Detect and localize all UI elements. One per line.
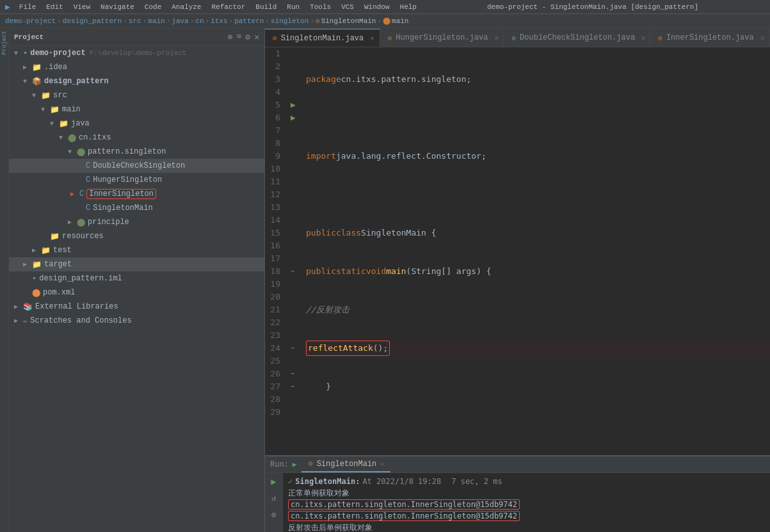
menu-run[interactable]: Run [283,3,303,12]
sidebar-add-icon[interactable]: ⊕ [228,32,233,42]
gutter-line [291,239,303,252]
menu-file[interactable]: File [15,3,40,12]
line-num-11: 11 [270,175,285,188]
sidebar-item-src[interactable]: ▼ 📁 src [9,88,264,102]
line-num-20: 20 [270,291,285,303]
bottom-tab-singleton-main[interactable]: ⊙ SingletonMain ✕ [301,457,390,472]
folder-icon: 📁 [50,232,60,241]
sidebar-item-main[interactable]: ▼ 📁 main [9,102,264,117]
fold-icon: − [291,367,294,380]
line-num-6: 6 [270,111,285,124]
tab-icon: ⊙ [511,34,516,42]
run-status-line: ✓ SingletonMain: At 2022/1/8 19:28 7 sec… [288,476,765,487]
menu-navigate[interactable]: Navigate [97,3,138,12]
settings-button[interactable]: ⚙ [268,509,280,520]
breadcrumb-item[interactable]: SingletonMain [321,17,376,25]
menu-view[interactable]: View [70,3,94,12]
bottom-content: ✓ SingletonMain: At 2022/1/8 19:28 7 sec… [283,473,770,532]
play-button[interactable]: ▶ [268,476,280,487]
rerun-button[interactable]: ↺ [268,492,280,504]
sidebar-item-pom[interactable]: ⬤ pom.xml [9,286,264,300]
menu-tools[interactable]: Tools [306,3,335,12]
code-lines[interactable]: package cn.itxs.pattern.singleton; impor… [303,47,770,455]
line-num-22: 22 [270,316,285,329]
tab-double-check[interactable]: ⊙ DoubleCheckSingleton.java ✕ [504,29,650,47]
gutter-run-arrow-5[interactable]: ▶ [291,99,303,111]
sidebar-item-resources[interactable]: 📁 resources [9,229,264,243]
tab-close-icon[interactable]: ✕ [641,34,646,42]
tab-inner-singleton[interactable]: ⊙ InnerSingleton.java ✕ [650,29,770,47]
output-normal: 正常单例获取对象 [288,487,765,499]
menu-window[interactable]: Window [360,3,394,12]
breadcrumb-item[interactable]: src [129,17,141,25]
sidebar-close-icon[interactable]: ✕ [254,32,259,42]
breadcrumb-item[interactable]: demo-project [5,17,56,25]
project-path: F:\develop\demo-project [90,49,187,57]
tab-close-icon[interactable]: ✕ [380,460,384,468]
sidebar-item-hunger[interactable]: C HungerSingleton [9,173,264,187]
sidebar-item-idea[interactable]: ▶ 📁 .idea [9,60,264,74]
class-name: DoubleCheckSingleton [93,161,185,170]
breadcrumb-item[interactable]: singleton [271,17,309,25]
sidebar-item-target[interactable]: ▶ 📁 target [9,257,264,271]
gutter-line [291,252,303,265]
breadcrumb: demo-project › design_pattern › src › ma… [0,14,770,28]
sidebar-item-iml[interactable]: ▪ design_pattern.iml [9,271,264,286]
line-num-25: 25 [270,355,285,367]
breadcrumb-item[interactable]: itxs [211,17,227,25]
tab-close-icon[interactable]: ✕ [494,34,499,42]
sidebar-collapse-icon[interactable]: ≡ [237,32,242,42]
gutter-fold-27[interactable]: − [291,380,303,393]
run-timestamp: At 2022/1/8 19:28 [362,477,441,486]
breadcrumb-item[interactable]: pattern [234,17,264,25]
breadcrumb-item[interactable]: design_pattern [63,17,122,25]
sidebar-item-java[interactable]: ▼ 📁 java [9,117,264,131]
tab-hunger-singleton[interactable]: ⊙ HungerSingleton.java ✕ [380,29,504,47]
code-line-7: //反射攻击 [306,303,770,316]
run-panel-icons: ▶ ↺ ⚙ [265,473,283,532]
gutter-line [291,227,303,239]
sidebar-item-test[interactable]: ▶ 📁 test [9,243,264,257]
sidebar: Project ⊕ ≡ ⚙ ✕ ▼ ▪ demo-project F:\deve… [9,28,265,532]
gutter-fold-18[interactable]: − [291,265,303,278]
sidebar-item-inner-singleton[interactable]: ▶ C InnerSingleton [9,187,264,201]
folder-icon: 📁 [32,260,42,270]
menu-analyze[interactable]: Analyze [168,3,205,12]
breadcrumb-item[interactable]: main [148,17,164,25]
gutter-line [291,60,303,73]
breadcrumb-sep: › [229,17,234,25]
tab-close-icon[interactable]: ✕ [760,34,765,42]
breadcrumb-item-singleton-icon: ⊙ [316,17,320,25]
sidebar-item-singleton-main[interactable]: C SingletonMain [9,201,264,215]
sidebar-item-double-check[interactable]: C DoubleCheckSingleton [9,159,264,173]
line-num-7: 7 [270,124,285,137]
expand-arrow-icon: ▼ [50,120,59,127]
expand-arrow-icon: ▼ [23,78,32,85]
menu-edit[interactable]: Edit [42,3,67,12]
menu-refactor[interactable]: Refactor [207,3,249,12]
sidebar-item-design-pattern[interactable]: ▼ 📦 design_pattern [9,74,264,88]
sidebar-item-demo-project[interactable]: ▼ ▪ demo-project F:\develop\demo-project [9,46,264,60]
gutter-run-arrow-6[interactable]: ▶ [291,111,303,124]
sidebar-item-external-libs[interactable]: ▶ 📚 External Libraries [9,300,264,314]
gutter-fold-24[interactable]: − [291,342,303,355]
line-num-12: 12 [270,188,285,201]
menu-help[interactable]: Help [396,3,421,12]
gutter-line [291,316,303,329]
sidebar-settings-icon[interactable]: ⚙ [245,32,250,42]
menu-vcs[interactable]: VCS [337,3,358,12]
tab-singleton-main[interactable]: ⊙ SingletonMain.java ✕ [265,29,380,47]
menu-build[interactable]: Build [252,3,280,12]
output-text: 反射攻击后单例获取对象 [288,522,373,533]
breadcrumb-item[interactable]: main [392,17,408,25]
gutter-fold-26[interactable]: − [291,367,303,380]
sidebar-item-principle[interactable]: ▶ ⬤ principle [9,215,264,229]
code-editor[interactable]: 1 2 3 4 5 6 7 8 9 10 11 12 13 14 15 16 1… [265,47,770,455]
sidebar-item-cn-itxs[interactable]: ▼ ⬤ cn.itxs [9,131,264,145]
breadcrumb-item[interactable]: cn [195,17,204,25]
breadcrumb-item[interactable]: java [172,17,188,25]
sidebar-item-scratches[interactable]: ▶ ✏ Scratches and Consoles [9,314,264,328]
sidebar-item-pattern-singleton[interactable]: ▼ ⬤ pattern.singleton [9,145,264,159]
tab-close-icon[interactable]: ✕ [370,34,374,42]
menu-code[interactable]: Code [141,3,165,12]
